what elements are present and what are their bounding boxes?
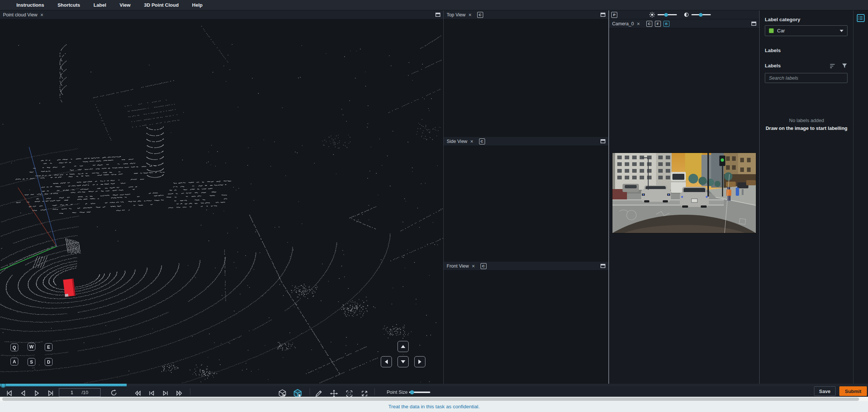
front-view-panel: Front View × C (444, 262, 608, 384)
key-a[interactable]: A (10, 358, 18, 365)
front-view-camera-button[interactable]: C (481, 263, 487, 269)
search-labels-input[interactable] (765, 73, 848, 83)
side-view-viewport[interactable] (444, 146, 608, 262)
label-sidebar: Label category Car Labels Labels No labe… (759, 10, 868, 384)
camera-b-button[interactable]: B (663, 21, 669, 27)
camera-viewport[interactable] (609, 28, 759, 384)
previous-frame-button[interactable] (148, 390, 155, 396)
fast-forward-button[interactable] (175, 390, 183, 396)
camera-f-button[interactable]: F (655, 21, 661, 27)
pan-right-button[interactable] (414, 356, 425, 367)
menu-help[interactable]: Help (192, 2, 203, 8)
contrast-icon (684, 12, 689, 17)
point-cloud-viewport[interactable]: Q W E A S D (0, 19, 443, 384)
pan-down-button[interactable] (397, 356, 409, 367)
labels-panel-toggle-button[interactable] (857, 14, 865, 22)
menu-3d-point-cloud[interactable]: 3D Point Cloud (144, 2, 178, 8)
frame-input[interactable] (62, 389, 82, 396)
filter-icon[interactable] (842, 63, 848, 68)
pan-left-button[interactable] (381, 356, 392, 367)
cuboid-select-tool-button[interactable] (278, 389, 287, 397)
front-view-header: Front View × C (444, 262, 608, 271)
point-cloud-title: Point cloud View (3, 12, 37, 17)
empty-state-subtitle: Draw on the image to start labelling (760, 125, 853, 131)
front-view-viewport[interactable] (444, 271, 608, 384)
horizontal-scrollbar-thumb[interactable] (2, 397, 859, 401)
loop-icon[interactable] (110, 389, 117, 396)
labels-heading: Labels (765, 48, 781, 53)
ortho-views-column: Top View × C Side View × C Front (443, 10, 609, 384)
maximize-icon[interactable] (601, 264, 605, 268)
close-icon[interactable]: × (469, 12, 472, 17)
rewind-button[interactable] (134, 390, 142, 396)
top-view-title: Top View (447, 12, 466, 17)
contrast-slider[interactable] (691, 14, 711, 15)
horizontal-scrollbar[interactable] (0, 397, 868, 401)
labels-list-heading: Labels (765, 63, 823, 68)
point-cloud-panel: Point cloud View × Q W E A S D (0, 10, 443, 384)
top-view-camera-button[interactable]: C (477, 12, 483, 18)
brightness-slider[interactable] (658, 14, 677, 15)
camera-controls-row: P (609, 10, 759, 19)
point-cloud-header: Point cloud View × (0, 10, 443, 19)
menu-view[interactable]: View (120, 2, 130, 8)
skip-to-first-frame-button[interactable] (6, 390, 13, 396)
brightness-slider-thumb[interactable] (664, 13, 668, 17)
pan-up-button[interactable] (397, 341, 409, 352)
maximize-icon[interactable] (435, 13, 440, 17)
projection-button[interactable]: P (611, 12, 617, 18)
move-tool-button[interactable] (330, 390, 338, 397)
menu-instructions[interactable]: Instructions (16, 2, 44, 8)
label-sidebar-content: Label category Car Labels Labels No labe… (760, 10, 853, 384)
close-icon[interactable]: × (40, 12, 43, 17)
fullscreen-tool-button[interactable] (361, 390, 368, 397)
next-frame-button[interactable] (162, 390, 169, 396)
sort-icon[interactable] (829, 63, 836, 68)
play-button[interactable] (33, 390, 41, 396)
brightness-icon (649, 12, 655, 18)
labels-empty-state: No labels added Draw on the image to sta… (760, 118, 853, 131)
point-size-slider[interactable] (409, 392, 430, 393)
camera-image[interactable] (612, 153, 756, 233)
frame-seek-bar[interactable] (0, 384, 868, 386)
camera-title: Camera_0 (612, 21, 634, 26)
empty-state-title: No labels added (760, 118, 853, 123)
key-w[interactable]: W (28, 343, 35, 351)
front-view-title: Front View (447, 264, 469, 269)
toolbar-divider (190, 388, 190, 395)
key-d[interactable]: D (45, 358, 53, 366)
frame-progress-fill (0, 384, 127, 386)
menu-label[interactable]: Label (94, 2, 106, 8)
close-icon[interactable]: × (472, 264, 475, 269)
key-e[interactable]: E (45, 343, 53, 351)
close-icon[interactable]: × (637, 21, 640, 26)
maximize-icon[interactable] (601, 13, 605, 17)
reframe-tool-button[interactable] (345, 390, 353, 397)
maximize-icon[interactable] (751, 22, 756, 26)
key-q[interactable]: Q (10, 344, 18, 351)
contrast-slider-thumb[interactable] (699, 13, 703, 17)
menu-shortcuts[interactable]: Shortcuts (57, 2, 80, 8)
side-view-camera-button[interactable]: C (479, 138, 485, 144)
cuboid-draw-tool-button[interactable] (293, 389, 302, 397)
camera-c-button[interactable]: C (646, 21, 652, 27)
top-view-viewport[interactable] (444, 19, 608, 137)
step-back-button[interactable] (19, 390, 27, 396)
skip-to-last-frame-button[interactable] (47, 390, 54, 396)
labeling-app: Instructions Shortcuts Label View 3D Poi… (0, 0, 868, 412)
sidebar-icon-strip (853, 10, 868, 384)
close-icon[interactable]: × (470, 139, 473, 144)
edit-tool-button[interactable] (315, 390, 323, 397)
key-s[interactable]: S (28, 358, 35, 366)
save-button[interactable]: Save (814, 386, 836, 396)
bottom-toolbar: /10 Point Size (0, 384, 868, 397)
left-arrow-icon (385, 360, 388, 364)
top-view-header: Top View × C (444, 10, 608, 19)
frame-seek-thumb[interactable] (0, 384, 6, 388)
side-view-title: Side View (447, 139, 467, 144)
label-category-dropdown[interactable]: Car (765, 25, 848, 36)
point-size-slider-thumb[interactable] (410, 390, 414, 395)
point-cloud-canvas[interactable] (0, 19, 443, 384)
maximize-icon[interactable] (601, 139, 605, 143)
submit-button[interactable]: Submit (839, 386, 867, 396)
